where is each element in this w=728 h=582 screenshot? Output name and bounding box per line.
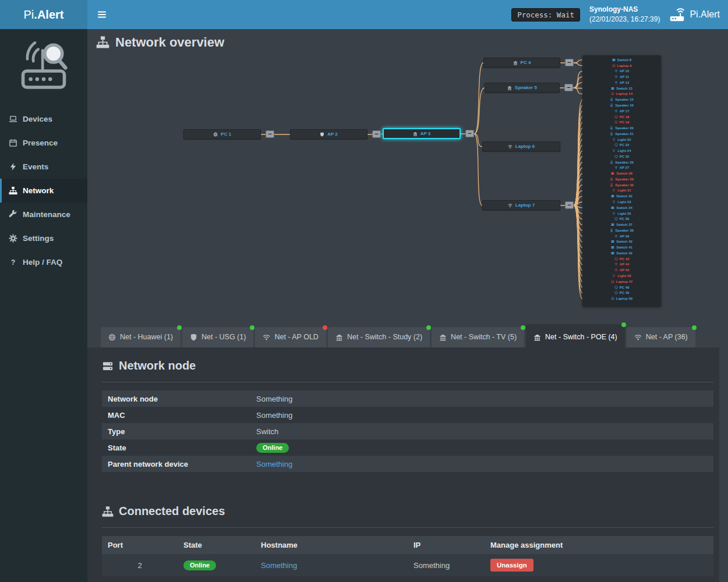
cluster-device-pc-36[interactable]: PC 36 [582,216,661,222]
cluster-device-switch-42[interactable]: Switch 42 [582,250,661,256]
node-label: Laptop 7 [515,203,535,208]
cluster-device-laptop-14[interactable]: Laptop 14 [582,91,661,97]
cluster-device-switch-32[interactable]: Switch 32 [582,193,661,199]
cluster-device-speaker-21[interactable]: Speaker 21 [582,131,661,137]
collapse-toggle-speaker-5[interactable]: − [564,84,573,91]
cluster-device-speaker-16[interactable]: Speaker 16 [582,102,661,108]
node-label: PC 1 [221,132,231,137]
cluster-device-laptop-47[interactable]: Laptop 47 [582,279,661,285]
cluster-device-pc-23[interactable]: PC 23 [582,142,661,148]
cluster-device-ap-17[interactable]: AP 17 [582,108,661,114]
cluster-device-light-33[interactable]: Light 33 [582,199,661,205]
diagram-node-laptop-7[interactable]: Laptop 7 [482,200,560,210]
unassign-button[interactable]: Unassign [490,559,533,572]
diagram-node-pc-1[interactable]: PC 1 [183,129,261,139]
collapse-toggle-ap-2[interactable]: − [372,130,381,138]
cluster-device-laptop-9[interactable]: Laptop 9 [582,63,661,69]
cluster-device-ap-11[interactable]: AP 11 [582,74,661,80]
tab-net-switch-study-2[interactable]: Net - Switch - Study (2) [328,327,430,347]
cluster-device-pc-25[interactable]: PC 25 [582,154,661,159]
cluster-device-switch-40[interactable]: Switch 40 [582,239,661,245]
cluster-device-ap-44[interactable]: AP 44 [582,262,661,268]
wifi-icon [614,268,618,272]
cluster-device-light-24[interactable]: Light 24 [582,148,661,154]
tab-net-switch-poe-4[interactable]: Net - Switch - POE (4) [526,324,625,347]
tab-net-usg-1[interactable]: Net - USG (1) [182,327,253,347]
cluster-device-switch-13[interactable]: Switch 13 [582,86,661,91]
cluster-device-ap-10[interactable]: AP 10 [582,69,661,74]
sidebar-item-maintenance[interactable]: Maintenance [0,203,87,226]
sidebar-item-network[interactable]: Network [0,179,87,203]
diagram-node-ap-2[interactable]: AP 2 [290,129,367,139]
bulb-icon [612,200,616,204]
tab-net-ap-old[interactable]: Net - AP OLD [255,327,326,347]
cluster-device-light-22[interactable]: Light 22 [582,137,661,143]
cluster-device-pc-43[interactable]: PC 43 [582,256,661,262]
cluster-device-light-46[interactable]: Light 46 [582,273,661,279]
collapse-toggle-laptop-7[interactable]: − [565,201,574,209]
cluster-device-switch-34[interactable]: Switch 34 [582,205,661,211]
wifi-icon [614,81,618,84]
cluster-device-light-31[interactable]: Light 31 [582,188,661,194]
cluster-device-ap-27[interactable]: AP 27 [582,165,661,171]
info-label: Network node [108,395,256,403]
wifi-icon [263,333,270,341]
cluster-device-laptop-50[interactable]: Laptop 50 [582,296,661,301]
sidebar-item-settings[interactable]: Settings [0,226,87,250]
cluster-device-speaker-26[interactable]: Speaker 26 [582,159,661,165]
cluster-device-switch-28[interactable]: Switch 28 [582,171,661,176]
diagram-node-speaker-5[interactable]: Speaker 5 [485,83,560,93]
cluster-device-switch-37[interactable]: Switch 37 [582,222,661,228]
tab-net-huawei-1[interactable]: Net - Huawei (1) [101,327,181,347]
cluster-device-switch-41[interactable]: Switch 41 [582,244,661,250]
cluster-device-pc-18[interactable]: PC 18 [582,114,661,120]
cluster-device-switch-8[interactable]: Switch 8 [582,57,661,63]
node-label: Speaker 5 [515,85,537,90]
brand[interactable]: Pi.Alert [669,7,720,23]
sidebar-toggle-button[interactable] [97,9,107,20]
info-row-state: StateOnline [102,439,713,456]
bars-icon [97,9,107,20]
parent-device-link[interactable]: Something [256,460,292,469]
cluster-device-speaker-29[interactable]: Speaker 29 [582,176,661,182]
sidebar-item-events[interactable]: Events [0,155,87,179]
sidebar-item-presence[interactable]: Presence [0,131,87,155]
status-dot-red [323,325,327,330]
cluster-device-pc-49[interactable]: PC 49 [582,290,661,296]
tab-net-switch-tv-5[interactable]: Net - Switch - TV (5) [432,327,524,347]
cluster-device-label: AP 17 [620,109,630,113]
tab-net-ap-36[interactable]: Net - AP (36) [627,327,695,347]
cluster-device-speaker-20[interactable]: Speaker 20 [582,125,661,131]
laptop-icon [611,297,614,300]
collapse-toggle-ap-3[interactable]: − [465,130,474,137]
diagram-node-ap-3[interactable]: AP 3 [383,128,461,139]
speaker-icon [610,126,613,130]
cluster-device-speaker-38[interactable]: Speaker 38 [582,228,661,233]
cluster-device-ap-12[interactable]: AP 12 [582,80,661,86]
cluster-device-pc-19[interactable]: PC 19 [582,119,661,125]
cluster-device-pc-48[interactable]: PC 48 [582,285,661,290]
cluster-device-label: Switch 28 [616,172,632,175]
app-logo[interactable]: Pi.Alert [0,0,87,29]
collapse-toggle-pc-4[interactable]: − [565,59,574,66]
column-manage-assignment: Manage assignment [485,541,713,549]
cluster-device-speaker-15[interactable]: Speaker 15 [582,97,661,102]
laptop-icon [612,64,616,68]
cluster-device-label: Laptop 14 [616,92,632,95]
sidebar-item-help-faq[interactable]: ?Help / FAQ [0,250,87,274]
collapse-toggle-pc-1[interactable]: − [266,130,274,138]
bank-icon [513,61,518,65]
wifi-icon [614,235,618,238]
sidebar-item-label: Devices [23,115,52,123]
diagram-node-laptop-6[interactable]: Laptop 6 [482,141,560,151]
cluster-device-ap-39[interactable]: AP 39 [582,233,661,239]
diagram-node-pc-4[interactable]: PC 4 [483,58,560,68]
cluster-device-light-35[interactable]: Light 35 [582,211,661,217]
sidebar-item-devices[interactable]: Devices [0,107,87,131]
hostname-link[interactable]: Something [261,561,297,570]
cluster-device-ap-45[interactable]: AP 45 [582,267,661,273]
cluster-device-label: PC 48 [620,286,630,289]
connected-devices-title-text: Connected devices [119,505,225,518]
page-title-text: Network overview [115,35,224,49]
cluster-device-speaker-30[interactable]: Speaker 30 [582,182,661,188]
